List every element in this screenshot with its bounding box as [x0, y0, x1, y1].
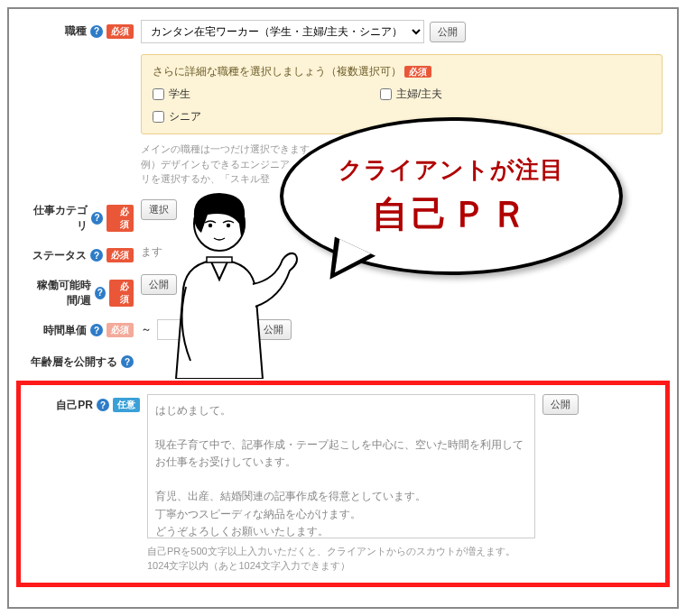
tilde: ～ — [141, 322, 152, 337]
calculator-icon[interactable] — [208, 323, 220, 336]
row-rate: 時間単価 ? 必須 ～ 円/時 公開 — [23, 319, 663, 340]
bubble-line1: クライアントが注目 — [338, 154, 564, 186]
pr-hint2: 1024文字以内（あと1024文字入力できます） — [147, 558, 656, 574]
publish-button[interactable]: 公開 — [141, 274, 177, 295]
checkbox-student[interactable]: 学生 — [153, 87, 190, 102]
publish-button[interactable]: 公開 — [255, 319, 292, 340]
label-text: 仕事カテゴリ — [23, 203, 88, 234]
label-text: 自己PR — [56, 398, 93, 413]
pr-hint1: 自己PRを500文字以上入力いただくと、クライアントからのスカウトが増えます。 — [147, 544, 656, 559]
bubble-line2: 自己ＰＲ — [372, 189, 531, 239]
rate-unit: 円/時 — [226, 322, 250, 337]
label-text: 年齢層を公開する — [31, 354, 117, 370]
help-icon[interactable]: ? — [91, 212, 104, 225]
help-icon[interactable]: ? — [90, 324, 103, 336]
speech-bubble: クライアントが注目 自己ＰＲ — [280, 117, 623, 289]
label-text: 職種 — [65, 23, 87, 39]
subselect-title: さらに詳細な職種を選択しましょう（複数選択可） 必須 — [153, 64, 651, 79]
required-badge: 必須 — [107, 24, 134, 39]
help-icon[interactable]: ? — [97, 399, 109, 411]
help-icon[interactable]: ? — [90, 25, 103, 38]
row-occupation: 職種 ? 必須 カンタン在宅ワーカー（学生・主婦/主夫・シニア） 公開 — [23, 20, 663, 43]
required-badge: 必須 — [107, 248, 134, 262]
help-icon[interactable]: ? — [95, 287, 106, 299]
control-occupation: カンタン在宅ワーカー（学生・主婦/主夫・シニア） 公開 — [141, 20, 663, 43]
row-age: 年齢層を公開する ? — [23, 351, 663, 370]
occupation-select[interactable]: カンタン在宅ワーカー（学生・主婦/主夫・シニア） — [141, 20, 424, 43]
status-suffix: ます — [141, 244, 162, 260]
label-occupation: 職種 ? 必須 — [23, 20, 141, 39]
publish-button[interactable]: 公開 — [542, 394, 579, 415]
help-icon[interactable]: ? — [121, 355, 134, 368]
required-badge: 必須 — [404, 66, 431, 78]
label-text: 稼働可能時間/週 — [23, 278, 91, 308]
required-badge: 必須 — [107, 205, 134, 232]
required-badge: 必須 — [107, 323, 134, 337]
checkbox-housewife[interactable]: 主婦/主夫 — [380, 87, 442, 102]
form-container: 職種 ? 必須 カンタン在宅ワーカー（学生・主婦/主夫・シニア） 公開 さらに詳… — [7, 7, 679, 609]
required-badge: 必須 — [109, 280, 134, 307]
optional-badge: 任意 — [113, 398, 140, 412]
select-button[interactable]: 選択 — [141, 199, 177, 220]
publish-button[interactable]: 公開 — [430, 22, 466, 42]
rate-input[interactable] — [157, 319, 202, 340]
self-pr-textarea[interactable] — [147, 394, 535, 538]
help-icon[interactable]: ? — [90, 249, 103, 262]
label-text: ステータス — [32, 248, 87, 263]
label-text: 時間単価 — [43, 323, 87, 338]
self-pr-highlight: 自己PR ? 任意 公開 自己PRを500文字以上入力いただくと、クライアントか… — [16, 381, 670, 587]
